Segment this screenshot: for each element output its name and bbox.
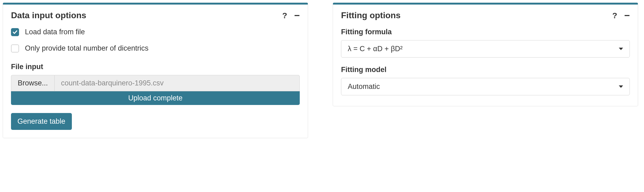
- file-name-display: count-data-barquinero-1995.csv: [54, 75, 300, 91]
- help-icon[interactable]: ?: [282, 12, 287, 20]
- panel-header: Fitting options ? −: [333, 5, 638, 23]
- fitting-model-label: Fitting model: [341, 66, 630, 74]
- file-input-label: File input: [11, 63, 300, 71]
- fitting-model-wrap: Fitting model Automatic: [341, 66, 630, 95]
- caret-down-icon: [619, 85, 623, 88]
- collapse-icon[interactable]: −: [624, 11, 630, 20]
- panel-body: Load data from file Only provide total n…: [3, 23, 308, 138]
- file-input-row: Browse... count-data-barquinero-1995.csv: [11, 75, 300, 91]
- fitting-model-value: Automatic: [348, 82, 380, 91]
- fitting-formula-wrap: Fitting formula λ = C + αD + βD²: [341, 28, 630, 58]
- caret-down-icon: [619, 48, 623, 50]
- fitting-formula-select[interactable]: λ = C + αD + βD²: [341, 40, 630, 58]
- checkbox-only-total-row: Only provide total number of dicentrics: [11, 44, 300, 52]
- upload-status-bar: Upload complete: [11, 91, 300, 105]
- fitting-formula-value: λ = C + αD + βD²: [348, 45, 402, 53]
- checkbox-load-label: Load data from file: [25, 28, 85, 36]
- fitting-formula-label: Fitting formula: [341, 28, 630, 36]
- panel-title: Data input options: [11, 10, 86, 20]
- checkbox-load-from-file-row: Load data from file: [11, 28, 300, 36]
- checkbox-only-total-label: Only provide total number of dicentrics: [25, 44, 149, 52]
- panel-body: Fitting formula λ = C + αD + βD² Fitting…: [333, 23, 638, 106]
- panel-title: Fitting options: [341, 10, 401, 20]
- panel-data-input: Data input options ? − Load data from fi…: [3, 3, 308, 138]
- panel-fitting-options: Fitting options ? − Fitting formula λ = …: [333, 3, 638, 106]
- collapse-icon[interactable]: −: [294, 11, 300, 20]
- generate-table-button[interactable]: Generate table: [11, 113, 72, 130]
- panel-header: Data input options ? −: [3, 5, 308, 23]
- checkbox-only-total[interactable]: [11, 44, 19, 52]
- checkbox-load-from-file[interactable]: [11, 28, 19, 36]
- fitting-model-select[interactable]: Automatic: [341, 78, 630, 95]
- help-icon[interactable]: ?: [612, 12, 617, 20]
- panel-icons: ? −: [282, 11, 300, 20]
- browse-button[interactable]: Browse...: [11, 75, 54, 91]
- panel-icons: ? −: [612, 11, 630, 20]
